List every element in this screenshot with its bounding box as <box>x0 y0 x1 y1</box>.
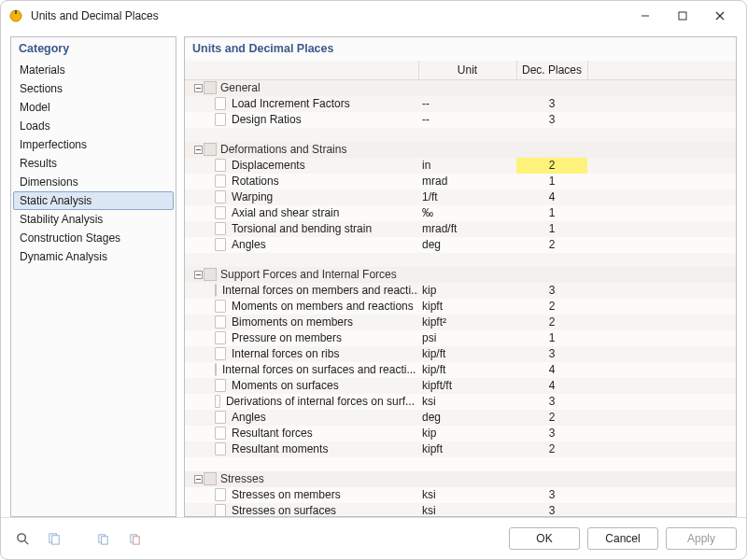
table-row[interactable]: Internal forces on ribskip/ft3 <box>185 346 736 362</box>
row-unit[interactable]: kipft <box>418 299 516 315</box>
group-row[interactable]: Deformations and Strains <box>185 142 736 158</box>
row-decplaces[interactable]: 1 <box>516 205 587 221</box>
row-unit[interactable]: mrad/ft <box>418 221 516 237</box>
row-decplaces[interactable]: 4 <box>516 189 587 205</box>
sidebar-item-static-analysis[interactable]: Static Analysis <box>13 191 174 210</box>
row-decplaces[interactable]: 2 <box>516 158 587 174</box>
row-unit[interactable]: ksi <box>418 487 516 503</box>
row-decplaces[interactable]: 2 <box>516 299 587 315</box>
row-unit[interactable]: ‰ <box>418 205 516 221</box>
table-row[interactable]: Pressure on memberspsi1 <box>185 330 736 346</box>
cancel-button[interactable]: Cancel <box>587 527 658 550</box>
sidebar-item-results[interactable]: Results <box>13 154 174 173</box>
table-scroll[interactable]: Unit Dec. Places GeneralLoad Increment F… <box>185 61 736 516</box>
row-decplaces[interactable]: 4 <box>516 362 587 378</box>
table-row[interactable]: Derivations of internal forces on surf..… <box>185 394 736 410</box>
table-row[interactable]: Anglesdeg2 <box>185 410 736 426</box>
row-unit[interactable]: kip/ft <box>418 346 516 362</box>
collapse-icon[interactable] <box>192 473 204 484</box>
search-icon[interactable] <box>10 526 35 551</box>
row-unit[interactable]: in <box>418 158 516 174</box>
table-row[interactable]: Stresses on surfacesksi3 <box>185 503 736 516</box>
row-unit[interactable]: ksi <box>418 394 516 410</box>
row-decplaces[interactable]: 1 <box>516 330 587 346</box>
row-unit[interactable]: ksi <box>418 503 516 516</box>
table-row[interactable]: Rotationsmrad1 <box>185 174 736 189</box>
row-decplaces[interactable]: 2 <box>516 410 587 426</box>
row-unit[interactable]: kipft/ft <box>418 378 516 394</box>
sidebar-item-dynamic-analysis[interactable]: Dynamic Analysis <box>13 247 174 266</box>
row-decplaces[interactable]: 3 <box>516 346 587 362</box>
row-decplaces[interactable]: 4 <box>516 378 587 394</box>
minimize-button[interactable] <box>627 3 664 29</box>
table-row[interactable]: Design Ratios--3 <box>185 112 736 128</box>
group-label: Stresses <box>220 472 264 485</box>
row-unit[interactable]: kipft <box>418 441 516 457</box>
row-unit[interactable]: -- <box>418 96 516 112</box>
group-row[interactable]: Stresses <box>185 471 736 487</box>
copy-icon[interactable] <box>91 526 115 551</box>
table-row[interactable]: Displacementsin2 <box>185 158 736 174</box>
row-label: Load Increment Factors <box>232 97 350 110</box>
sidebar-item-construction-stages[interactable]: Construction Stages <box>13 229 174 247</box>
row-unit[interactable]: deg <box>418 237 516 253</box>
row-decplaces[interactable]: 3 <box>516 112 587 128</box>
table-row[interactable]: Warping1/ft4 <box>185 189 736 205</box>
table-row[interactable]: Bimoments on memberskipft²2 <box>185 315 736 330</box>
row-unit[interactable]: kipft² <box>418 315 516 330</box>
apply-button[interactable]: Apply <box>666 527 737 550</box>
row-unit[interactable]: kip <box>418 426 516 441</box>
sidebar-item-model[interactable]: Model <box>13 98 174 117</box>
sidebar-item-materials[interactable]: Materials <box>13 61 174 79</box>
docs-icon[interactable] <box>42 526 66 551</box>
table-row[interactable]: Axial and shear strain‰1 <box>185 205 736 221</box>
close-button[interactable] <box>701 3 739 29</box>
row-decplaces[interactable]: 2 <box>516 315 587 330</box>
sidebar-item-loads[interactable]: Loads <box>13 117 174 135</box>
row-label: Torsional and bending strain <box>232 222 372 235</box>
row-decplaces[interactable]: 3 <box>516 503 587 516</box>
sidebar-item-stability-analysis[interactable]: Stability Analysis <box>13 210 174 229</box>
row-unit[interactable]: kip/ft <box>418 362 516 378</box>
row-decplaces[interactable]: 2 <box>516 441 587 457</box>
row-decplaces[interactable]: 3 <box>516 96 587 112</box>
row-decplaces[interactable]: 3 <box>516 426 587 441</box>
col-name-header[interactable] <box>185 61 418 80</box>
row-unit[interactable]: -- <box>418 112 516 128</box>
collapse-icon[interactable] <box>192 144 204 155</box>
table-row[interactable]: Moments on members and reactionskipft2 <box>185 299 736 315</box>
table-row[interactable]: Stresses on membersksi3 <box>185 487 736 503</box>
maximize-button[interactable] <box>664 3 701 29</box>
sidebar-item-dimensions[interactable]: Dimensions <box>13 173 174 191</box>
row-decplaces[interactable]: 3 <box>516 394 587 410</box>
row-decplaces[interactable]: 1 <box>516 221 587 237</box>
row-unit[interactable]: 1/ft <box>418 189 516 205</box>
table-row[interactable]: Torsional and bending strainmrad/ft1 <box>185 221 736 237</box>
table-row[interactable]: Load Increment Factors--3 <box>185 96 736 112</box>
table-row[interactable]: Resultant momentskipft2 <box>185 441 736 457</box>
row-decplaces[interactable]: 3 <box>516 487 587 503</box>
sidebar-item-sections[interactable]: Sections <box>13 79 174 98</box>
table-row[interactable]: Internal forces on members and reacti...… <box>185 283 736 299</box>
group-row[interactable]: General <box>185 80 736 97</box>
col-unit-header[interactable]: Unit <box>418 61 516 80</box>
row-label: Internal forces on members and reacti... <box>222 284 418 297</box>
table-row[interactable]: Internal forces on surfaces and reacti..… <box>185 362 736 378</box>
table-row[interactable]: Moments on surfaceskipft/ft4 <box>185 378 736 394</box>
table-row[interactable]: Resultant forceskip3 <box>185 426 736 441</box>
row-decplaces[interactable]: 1 <box>516 174 587 189</box>
paste-icon[interactable] <box>122 526 147 551</box>
row-unit[interactable]: psi <box>418 330 516 346</box>
table-row[interactable]: Anglesdeg2 <box>185 237 736 253</box>
collapse-icon[interactable] <box>192 82 204 93</box>
row-unit[interactable]: kip <box>418 283 516 299</box>
ok-button[interactable]: OK <box>509 527 580 550</box>
collapse-icon[interactable] <box>192 269 204 280</box>
row-decplaces[interactable]: 3 <box>516 283 587 299</box>
row-unit[interactable]: mrad <box>418 174 516 189</box>
sidebar-item-imperfections[interactable]: Imperfections <box>13 135 174 154</box>
group-row[interactable]: Support Forces and Internal Forces <box>185 267 736 283</box>
row-unit[interactable]: deg <box>418 410 516 426</box>
row-decplaces[interactable]: 2 <box>516 237 587 253</box>
col-dp-header[interactable]: Dec. Places <box>516 61 587 80</box>
